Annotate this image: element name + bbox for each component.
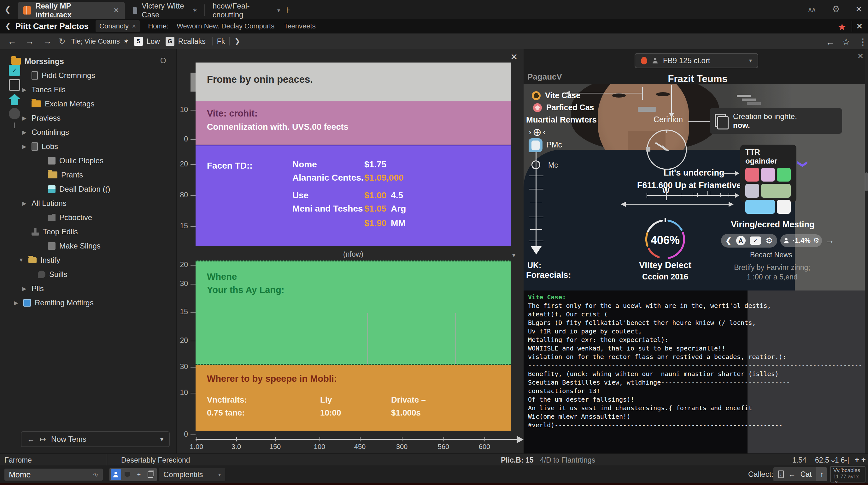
swatch[interactable] [777, 200, 791, 214]
sidebar-item[interactable]: ▶Tanes Fils [0, 83, 177, 96]
tool-pill-1[interactable]: ❮ A ✓ ⚙ [721, 234, 777, 248]
expand-arrow-icon[interactable]: ▼ [18, 257, 25, 263]
bookmark-star-icon[interactable]: ☆ [842, 37, 850, 47]
crumb-close-icon[interactable]: ✕ [856, 22, 863, 31]
status-plus[interactable]: + + [855, 455, 866, 464]
legend-parficed-cas[interactable]: Parficed Cas [533, 103, 594, 112]
tabs-back-icon[interactable]: ❮ [4, 5, 11, 14]
crumb-teenveets[interactable]: Teenveets [284, 22, 315, 30]
next-arrow-icon[interactable]: → [825, 235, 835, 246]
arrow-left-icon[interactable]: ← [27, 435, 35, 444]
swatch[interactable] [745, 168, 759, 181]
slider-handle[interactable] [638, 107, 656, 112]
sidebar-item[interactable]: ▶All Lutions [0, 196, 177, 210]
favorite-star-icon[interactable]: ★ [838, 22, 846, 32]
expand-arrow-icon[interactable]: ▶ [21, 143, 28, 150]
crumb-home[interactable]: Home: [148, 22, 168, 30]
avatar-a-icon[interactable]: A [736, 236, 746, 245]
clip-dropdown[interactable]: FB9 125 cl.ort ▾ [634, 53, 758, 68]
tab-close-icon[interactable]: ✕ [114, 6, 119, 15]
kebab-menu-icon[interactable]: ⋮ [859, 37, 867, 47]
mountains-icon[interactable]: ∧∧ [807, 6, 815, 14]
tab-star-icon[interactable]: ✶ [192, 7, 197, 14]
history-label[interactable]: Tie; Viie Coams [71, 37, 120, 46]
nav-more-icon[interactable]: ❯ [234, 37, 240, 46]
expand-arrow-icon[interactable]: ▶ [21, 129, 28, 136]
sidebar-item[interactable]: Suills [0, 267, 177, 281]
rcallaks-label[interactable]: Rcallaks [178, 37, 206, 46]
ruler-pointer[interactable] [531, 246, 541, 255]
notes-console[interactable]: Vite Case: The first only for the a ueew… [524, 290, 868, 453]
panel-tab-desertably[interactable]: Desertably Fereciond [121, 456, 190, 464]
tag-mode-button[interactable] [122, 469, 133, 480]
rotation-dial[interactable] [646, 129, 688, 171]
expand-arrow-icon[interactable]: ▶ [21, 200, 28, 207]
sidebar-item[interactable]: ▶Praviess [0, 111, 177, 125]
expand-arrow-icon[interactable]: ▶ [21, 87, 28, 93]
sidebar-item[interactable]: ▶Continlings [0, 125, 177, 139]
chevron-down-icon[interactable]: ▾ [277, 7, 280, 14]
fk-label[interactable]: Fk [217, 37, 225, 46]
gear-icon[interactable]: ⚙ [832, 4, 840, 14]
window-close-icon[interactable]: ✕ [856, 4, 862, 14]
refresh-icon[interactable]: ↻ [59, 37, 66, 47]
gear-icon[interactable]: ⚙ [813, 236, 819, 245]
pin-icon[interactable]: ⊦ [286, 6, 290, 15]
chip-close-icon[interactable]: ✕ [132, 23, 136, 29]
undo-arrow-icon[interactable]: ← [826, 37, 835, 47]
tab-feal[interactable]: hcow/Feal-cnoutting ▾ [207, 2, 286, 19]
person-mode-button[interactable] [111, 469, 121, 480]
nav-forward-icon[interactable]: → [25, 36, 34, 47]
caption-chevron-icon[interactable]: ▾ [512, 251, 516, 259]
complentils-dropdown[interactable]: Complentils ▾ [159, 468, 225, 481]
sidebar-item[interactable]: Excian Metags [0, 97, 177, 111]
pink-block[interactable]: Vite: crohit: Connenlization with. UVS.0… [195, 102, 511, 145]
orange-block[interactable]: Wherer to by speepe in Mobli: Vnctiralts… [195, 365, 511, 431]
w-ruler[interactable] [647, 195, 736, 196]
expand-arrow-icon[interactable]: ▶ [21, 285, 28, 292]
nav-forward2-icon[interactable]: → [43, 36, 52, 47]
cat-button[interactable]: Cat [801, 470, 812, 479]
mome-input[interactable]: Mome ∿ [4, 468, 103, 481]
sidebar-item[interactable]: ▶Remiting Mottirgs [0, 296, 177, 310]
doc-down-icon[interactable]: ↓ [778, 470, 784, 478]
scrollbar-thumb[interactable] [865, 172, 868, 191]
arrow-mapsto-icon[interactable]: ↦ [40, 435, 46, 444]
pmc-chat-icon[interactable] [529, 138, 542, 152]
sidebar-item[interactable]: Teop Edlls [0, 225, 177, 239]
add-button[interactable]: + [134, 469, 144, 480]
panel-tab-farrome[interactable]: Farrome [4, 456, 32, 464]
mail-check-icon[interactable]: ✓ [750, 236, 761, 245]
sidebar-item[interactable]: Make Slings [0, 239, 177, 253]
badge-g[interactable]: G [165, 37, 175, 46]
sidebar-item[interactable]: Deall Dation (() [0, 182, 177, 196]
now-tems-selector[interactable]: ← ↦ Now Tems ▾ [21, 431, 170, 447]
sidebar-item[interactable]: Pcboctive [0, 210, 177, 225]
chevron-down-icon[interactable]: ▾ [160, 435, 163, 443]
creation-tooltip[interactable]: Creation bo inghte. now. [710, 108, 842, 134]
gear-icon[interactable]: ⚙ [766, 236, 773, 246]
gray-block[interactable]: Frome by onin peaces. [195, 62, 511, 102]
purple-block[interactable]: Facen TD:: Nome$1.75 Alananic Centes.$1.… [195, 145, 511, 246]
swatch[interactable] [761, 184, 791, 198]
legend-vite-case[interactable]: Vite Case [532, 91, 580, 100]
sync-badge[interactable]: O [160, 56, 166, 65]
zigzag-icon[interactable]: ∿ [93, 470, 98, 479]
swatch[interactable] [745, 200, 775, 214]
tab-victery[interactable]: Victery Witte Case ✶ [127, 2, 203, 19]
expand-arrow-icon[interactable]: ▶ [21, 115, 28, 121]
crumb-back-icon[interactable]: ❮ [5, 22, 11, 30]
sidebar-item[interactable]: Pidit Cremnings [0, 68, 177, 82]
sidebar-item[interactable]: Oulic Ploples [0, 154, 177, 168]
ruler-handle[interactable] [531, 161, 540, 169]
tab-really-mp[interactable]: Really MP intrie.racx ✕ [18, 2, 125, 19]
window-scrollbar[interactable] [865, 49, 868, 453]
arrow-left-icon[interactable]: ← [788, 470, 796, 479]
zoom-target-control[interactable]: › ⊕ ‹ [529, 126, 546, 138]
sidebar-item[interactable]: ▼Instify [0, 253, 177, 267]
expand-arrow-icon[interactable]: ▶ [12, 299, 20, 306]
copy-file-button[interactable] [146, 469, 156, 480]
up-button[interactable]: ↑ [816, 467, 827, 481]
variables-box[interactable]: Vv,'bcables 11 77 avl x t3 [830, 466, 866, 483]
swatch[interactable] [745, 184, 759, 198]
